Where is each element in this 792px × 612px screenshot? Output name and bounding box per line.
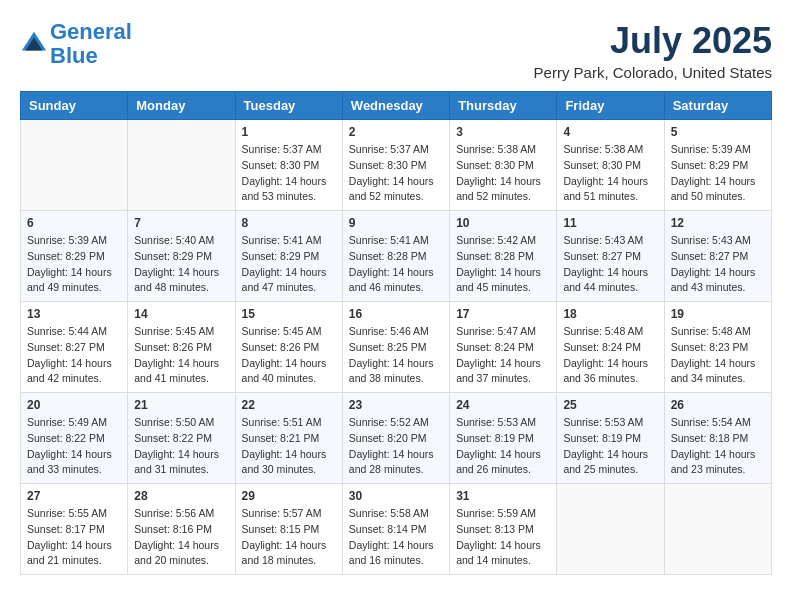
day-number: 27: [27, 489, 121, 503]
calendar-cell: [557, 484, 664, 575]
calendar-cell: 17Sunrise: 5:47 AMSunset: 8:24 PMDayligh…: [450, 302, 557, 393]
calendar-cell: 23Sunrise: 5:52 AMSunset: 8:20 PMDayligh…: [342, 393, 449, 484]
day-number: 11: [563, 216, 657, 230]
calendar-cell: 27Sunrise: 5:55 AMSunset: 8:17 PMDayligh…: [21, 484, 128, 575]
day-info: Sunrise: 5:38 AMSunset: 8:30 PMDaylight:…: [563, 142, 657, 205]
day-number: 24: [456, 398, 550, 412]
title-area: July 2025 Perry Park, Colorado, United S…: [534, 20, 772, 81]
day-number: 30: [349, 489, 443, 503]
day-number: 2: [349, 125, 443, 139]
calendar-cell: 8Sunrise: 5:41 AMSunset: 8:29 PMDaylight…: [235, 211, 342, 302]
calendar-week-row: 27Sunrise: 5:55 AMSunset: 8:17 PMDayligh…: [21, 484, 772, 575]
calendar-cell: 25Sunrise: 5:53 AMSunset: 8:19 PMDayligh…: [557, 393, 664, 484]
day-number: 8: [242, 216, 336, 230]
weekday-header-thursday: Thursday: [450, 92, 557, 120]
weekday-header-sunday: Sunday: [21, 92, 128, 120]
calendar-header-row: SundayMondayTuesdayWednesdayThursdayFrid…: [21, 92, 772, 120]
day-number: 4: [563, 125, 657, 139]
day-number: 14: [134, 307, 228, 321]
day-info: Sunrise: 5:55 AMSunset: 8:17 PMDaylight:…: [27, 506, 121, 569]
calendar-cell: 26Sunrise: 5:54 AMSunset: 8:18 PMDayligh…: [664, 393, 771, 484]
day-info: Sunrise: 5:44 AMSunset: 8:27 PMDaylight:…: [27, 324, 121, 387]
weekday-header-wednesday: Wednesday: [342, 92, 449, 120]
calendar-week-row: 20Sunrise: 5:49 AMSunset: 8:22 PMDayligh…: [21, 393, 772, 484]
day-info: Sunrise: 5:41 AMSunset: 8:28 PMDaylight:…: [349, 233, 443, 296]
day-info: Sunrise: 5:41 AMSunset: 8:29 PMDaylight:…: [242, 233, 336, 296]
logo-icon: [20, 30, 48, 58]
day-info: Sunrise: 5:48 AMSunset: 8:23 PMDaylight:…: [671, 324, 765, 387]
page-header: General Blue July 2025 Perry Park, Color…: [20, 20, 772, 81]
calendar-cell: 16Sunrise: 5:46 AMSunset: 8:25 PMDayligh…: [342, 302, 449, 393]
weekday-header-friday: Friday: [557, 92, 664, 120]
day-number: 28: [134, 489, 228, 503]
calendar-cell: 4Sunrise: 5:38 AMSunset: 8:30 PMDaylight…: [557, 120, 664, 211]
calendar-cell: 14Sunrise: 5:45 AMSunset: 8:26 PMDayligh…: [128, 302, 235, 393]
calendar-cell: 5Sunrise: 5:39 AMSunset: 8:29 PMDaylight…: [664, 120, 771, 211]
day-info: Sunrise: 5:38 AMSunset: 8:30 PMDaylight:…: [456, 142, 550, 205]
day-info: Sunrise: 5:52 AMSunset: 8:20 PMDaylight:…: [349, 415, 443, 478]
day-info: Sunrise: 5:51 AMSunset: 8:21 PMDaylight:…: [242, 415, 336, 478]
calendar-cell: 15Sunrise: 5:45 AMSunset: 8:26 PMDayligh…: [235, 302, 342, 393]
day-info: Sunrise: 5:42 AMSunset: 8:28 PMDaylight:…: [456, 233, 550, 296]
day-info: Sunrise: 5:54 AMSunset: 8:18 PMDaylight:…: [671, 415, 765, 478]
calendar-cell: 30Sunrise: 5:58 AMSunset: 8:14 PMDayligh…: [342, 484, 449, 575]
day-number: 26: [671, 398, 765, 412]
day-number: 29: [242, 489, 336, 503]
calendar-cell: 3Sunrise: 5:38 AMSunset: 8:30 PMDaylight…: [450, 120, 557, 211]
day-number: 1: [242, 125, 336, 139]
day-info: Sunrise: 5:56 AMSunset: 8:16 PMDaylight:…: [134, 506, 228, 569]
weekday-header-monday: Monday: [128, 92, 235, 120]
calendar-cell: 11Sunrise: 5:43 AMSunset: 8:27 PMDayligh…: [557, 211, 664, 302]
day-number: 17: [456, 307, 550, 321]
calendar-cell: [21, 120, 128, 211]
day-number: 10: [456, 216, 550, 230]
calendar-cell: 7Sunrise: 5:40 AMSunset: 8:29 PMDaylight…: [128, 211, 235, 302]
calendar-cell: 21Sunrise: 5:50 AMSunset: 8:22 PMDayligh…: [128, 393, 235, 484]
weekday-header-saturday: Saturday: [664, 92, 771, 120]
day-number: 3: [456, 125, 550, 139]
calendar-cell: 12Sunrise: 5:43 AMSunset: 8:27 PMDayligh…: [664, 211, 771, 302]
calendar-cell: 28Sunrise: 5:56 AMSunset: 8:16 PMDayligh…: [128, 484, 235, 575]
day-info: Sunrise: 5:53 AMSunset: 8:19 PMDaylight:…: [456, 415, 550, 478]
day-number: 5: [671, 125, 765, 139]
day-number: 16: [349, 307, 443, 321]
day-number: 20: [27, 398, 121, 412]
day-number: 23: [349, 398, 443, 412]
day-number: 31: [456, 489, 550, 503]
calendar-cell: 10Sunrise: 5:42 AMSunset: 8:28 PMDayligh…: [450, 211, 557, 302]
day-info: Sunrise: 5:43 AMSunset: 8:27 PMDaylight:…: [563, 233, 657, 296]
calendar-cell: 20Sunrise: 5:49 AMSunset: 8:22 PMDayligh…: [21, 393, 128, 484]
day-info: Sunrise: 5:59 AMSunset: 8:13 PMDaylight:…: [456, 506, 550, 569]
logo-text: General Blue: [50, 20, 132, 68]
day-info: Sunrise: 5:50 AMSunset: 8:22 PMDaylight:…: [134, 415, 228, 478]
weekday-header-tuesday: Tuesday: [235, 92, 342, 120]
day-number: 22: [242, 398, 336, 412]
day-number: 13: [27, 307, 121, 321]
day-info: Sunrise: 5:57 AMSunset: 8:15 PMDaylight:…: [242, 506, 336, 569]
calendar-cell: 31Sunrise: 5:59 AMSunset: 8:13 PMDayligh…: [450, 484, 557, 575]
day-number: 21: [134, 398, 228, 412]
calendar-cell: 18Sunrise: 5:48 AMSunset: 8:24 PMDayligh…: [557, 302, 664, 393]
day-info: Sunrise: 5:47 AMSunset: 8:24 PMDaylight:…: [456, 324, 550, 387]
day-info: Sunrise: 5:37 AMSunset: 8:30 PMDaylight:…: [349, 142, 443, 205]
calendar-week-row: 6Sunrise: 5:39 AMSunset: 8:29 PMDaylight…: [21, 211, 772, 302]
day-info: Sunrise: 5:46 AMSunset: 8:25 PMDaylight:…: [349, 324, 443, 387]
location: Perry Park, Colorado, United States: [534, 64, 772, 81]
day-info: Sunrise: 5:45 AMSunset: 8:26 PMDaylight:…: [134, 324, 228, 387]
day-number: 7: [134, 216, 228, 230]
day-info: Sunrise: 5:43 AMSunset: 8:27 PMDaylight:…: [671, 233, 765, 296]
calendar-cell: 13Sunrise: 5:44 AMSunset: 8:27 PMDayligh…: [21, 302, 128, 393]
calendar-cell: 1Sunrise: 5:37 AMSunset: 8:30 PMDaylight…: [235, 120, 342, 211]
day-info: Sunrise: 5:58 AMSunset: 8:14 PMDaylight:…: [349, 506, 443, 569]
calendar-cell: [664, 484, 771, 575]
day-info: Sunrise: 5:48 AMSunset: 8:24 PMDaylight:…: [563, 324, 657, 387]
calendar-cell: 2Sunrise: 5:37 AMSunset: 8:30 PMDaylight…: [342, 120, 449, 211]
calendar-cell: 9Sunrise: 5:41 AMSunset: 8:28 PMDaylight…: [342, 211, 449, 302]
day-number: 12: [671, 216, 765, 230]
day-info: Sunrise: 5:49 AMSunset: 8:22 PMDaylight:…: [27, 415, 121, 478]
day-number: 25: [563, 398, 657, 412]
day-info: Sunrise: 5:40 AMSunset: 8:29 PMDaylight:…: [134, 233, 228, 296]
day-info: Sunrise: 5:45 AMSunset: 8:26 PMDaylight:…: [242, 324, 336, 387]
calendar-cell: 19Sunrise: 5:48 AMSunset: 8:23 PMDayligh…: [664, 302, 771, 393]
calendar-cell: 22Sunrise: 5:51 AMSunset: 8:21 PMDayligh…: [235, 393, 342, 484]
